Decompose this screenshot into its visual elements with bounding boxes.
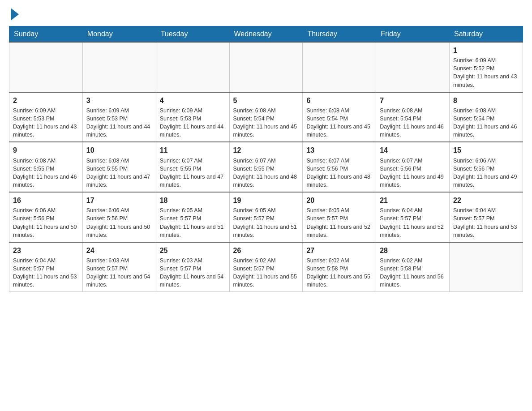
- cell-sun-info: Sunrise: 6:06 AMSunset: 5:56 PMDaylight:…: [86, 206, 152, 239]
- calendar-cell: 9Sunrise: 6:08 AMSunset: 5:55 PMDaylight…: [9, 142, 83, 192]
- calendar-cell: 22Sunrise: 6:04 AMSunset: 5:57 PMDayligh…: [450, 192, 523, 242]
- calendar-cell: 23Sunrise: 6:04 AMSunset: 5:57 PMDayligh…: [9, 242, 83, 292]
- day-number: 22: [453, 195, 519, 206]
- calendar-cell: [450, 242, 523, 292]
- cell-sun-info: Sunrise: 6:09 AMSunset: 5:53 PMDaylight:…: [13, 107, 79, 139]
- day-number: 6: [306, 95, 372, 106]
- cell-sun-info: Sunrise: 6:03 AMSunset: 5:57 PMDaylight:…: [160, 257, 226, 289]
- calendar-header-row: SundayMondayTuesdayWednesdayThursdayFrid…: [9, 26, 523, 43]
- calendar-cell: 13Sunrise: 6:07 AMSunset: 5:56 PMDayligh…: [303, 142, 376, 192]
- day-of-week-header: Sunday: [9, 26, 83, 43]
- day-number: 24: [86, 245, 152, 256]
- calendar-cell: [82, 42, 156, 92]
- day-number: 17: [86, 195, 152, 206]
- cell-sun-info: Sunrise: 6:02 AMSunset: 5:58 PMDaylight:…: [306, 257, 372, 289]
- calendar-cell: 8Sunrise: 6:08 AMSunset: 5:54 PMDaylight…: [450, 92, 523, 142]
- calendar-cell: 26Sunrise: 6:02 AMSunset: 5:57 PMDayligh…: [229, 242, 303, 292]
- cell-sun-info: Sunrise: 6:04 AMSunset: 5:57 PMDaylight:…: [13, 257, 79, 289]
- calendar-week-row: 9Sunrise: 6:08 AMSunset: 5:55 PMDaylight…: [9, 142, 523, 192]
- day-of-week-header: Tuesday: [156, 26, 229, 43]
- calendar-cell: 7Sunrise: 6:08 AMSunset: 5:54 PMDaylight…: [376, 92, 450, 142]
- day-number: 18: [160, 195, 226, 206]
- cell-sun-info: Sunrise: 6:08 AMSunset: 5:55 PMDaylight:…: [13, 157, 79, 189]
- cell-sun-info: Sunrise: 6:07 AMSunset: 5:55 PMDaylight:…: [160, 157, 226, 189]
- cell-sun-info: Sunrise: 6:08 AMSunset: 5:54 PMDaylight:…: [380, 107, 446, 139]
- logo-general-text: [9, 9, 19, 21]
- calendar-table: SundayMondayTuesdayWednesdayThursdayFrid…: [9, 26, 523, 292]
- cell-sun-info: Sunrise: 6:05 AMSunset: 5:57 PMDaylight:…: [233, 206, 299, 239]
- day-number: 11: [160, 145, 226, 155]
- calendar-cell: [303, 42, 376, 92]
- day-of-week-header: Wednesday: [229, 26, 303, 43]
- calendar-cell: 17Sunrise: 6:06 AMSunset: 5:56 PMDayligh…: [82, 192, 156, 242]
- day-number: 19: [233, 195, 299, 206]
- calendar-week-row: 23Sunrise: 6:04 AMSunset: 5:57 PMDayligh…: [9, 242, 523, 292]
- calendar-cell: 21Sunrise: 6:04 AMSunset: 5:57 PMDayligh…: [376, 192, 450, 242]
- cell-sun-info: Sunrise: 6:04 AMSunset: 5:57 PMDaylight:…: [380, 206, 446, 239]
- calendar-cell: 24Sunrise: 6:03 AMSunset: 5:57 PMDayligh…: [82, 242, 156, 292]
- day-number: 7: [380, 95, 446, 106]
- cell-sun-info: Sunrise: 6:09 AMSunset: 5:53 PMDaylight:…: [160, 107, 226, 139]
- day-number: 1: [453, 45, 519, 56]
- cell-sun-info: Sunrise: 6:02 AMSunset: 5:57 PMDaylight:…: [233, 257, 299, 289]
- calendar-cell: 1Sunrise: 6:09 AMSunset: 5:52 PMDaylight…: [450, 42, 523, 92]
- calendar-cell: 15Sunrise: 6:06 AMSunset: 5:56 PMDayligh…: [450, 142, 523, 192]
- calendar-cell: [376, 42, 450, 92]
- cell-sun-info: Sunrise: 6:05 AMSunset: 5:57 PMDaylight:…: [160, 206, 226, 239]
- cell-sun-info: Sunrise: 6:03 AMSunset: 5:57 PMDaylight:…: [86, 257, 152, 289]
- cell-sun-info: Sunrise: 6:06 AMSunset: 5:56 PMDaylight:…: [453, 157, 519, 189]
- cell-sun-info: Sunrise: 6:09 AMSunset: 5:52 PMDaylight:…: [453, 56, 519, 89]
- day-of-week-header: Saturday: [450, 26, 523, 43]
- calendar-week-row: 1Sunrise: 6:09 AMSunset: 5:52 PMDaylight…: [9, 42, 523, 92]
- calendar-cell: 19Sunrise: 6:05 AMSunset: 5:57 PMDayligh…: [229, 192, 303, 242]
- calendar-week-row: 2Sunrise: 6:09 AMSunset: 5:53 PMDaylight…: [9, 92, 523, 142]
- calendar-cell: 4Sunrise: 6:09 AMSunset: 5:53 PMDaylight…: [156, 92, 229, 142]
- day-of-week-header: Friday: [376, 26, 450, 43]
- calendar-week-row: 16Sunrise: 6:06 AMSunset: 5:56 PMDayligh…: [9, 192, 523, 242]
- cell-sun-info: Sunrise: 6:05 AMSunset: 5:57 PMDaylight:…: [306, 206, 372, 239]
- day-number: 15: [453, 145, 519, 155]
- day-number: 9: [13, 145, 79, 155]
- day-number: 12: [233, 145, 299, 155]
- calendar-cell: 16Sunrise: 6:06 AMSunset: 5:56 PMDayligh…: [9, 192, 83, 242]
- day-number: 5: [233, 95, 299, 106]
- cell-sun-info: Sunrise: 6:07 AMSunset: 5:55 PMDaylight:…: [233, 157, 299, 189]
- cell-sun-info: Sunrise: 6:07 AMSunset: 5:56 PMDaylight:…: [306, 157, 372, 189]
- calendar-cell: 10Sunrise: 6:08 AMSunset: 5:55 PMDayligh…: [82, 142, 156, 192]
- calendar-cell: 18Sunrise: 6:05 AMSunset: 5:57 PMDayligh…: [156, 192, 229, 242]
- calendar-cell: 20Sunrise: 6:05 AMSunset: 5:57 PMDayligh…: [303, 192, 376, 242]
- cell-sun-info: Sunrise: 6:08 AMSunset: 5:54 PMDaylight:…: [453, 107, 519, 139]
- calendar-cell: 14Sunrise: 6:07 AMSunset: 5:56 PMDayligh…: [376, 142, 450, 192]
- calendar-cell: [9, 42, 83, 92]
- day-number: 23: [13, 245, 79, 256]
- page-header: [9, 9, 523, 19]
- day-number: 20: [306, 195, 372, 206]
- day-number: 4: [160, 95, 226, 106]
- day-number: 14: [380, 145, 446, 155]
- day-of-week-header: Monday: [82, 26, 156, 43]
- calendar-cell: 2Sunrise: 6:09 AMSunset: 5:53 PMDaylight…: [9, 92, 83, 142]
- calendar-cell: 11Sunrise: 6:07 AMSunset: 5:55 PMDayligh…: [156, 142, 229, 192]
- day-number: 8: [453, 95, 519, 106]
- calendar-cell: 28Sunrise: 6:02 AMSunset: 5:58 PMDayligh…: [376, 242, 450, 292]
- cell-sun-info: Sunrise: 6:02 AMSunset: 5:58 PMDaylight:…: [380, 257, 446, 289]
- day-number: 26: [233, 245, 299, 256]
- day-number: 10: [86, 145, 152, 155]
- cell-sun-info: Sunrise: 6:08 AMSunset: 5:54 PMDaylight:…: [233, 107, 299, 139]
- day-number: 21: [380, 195, 446, 206]
- day-of-week-header: Thursday: [303, 26, 376, 43]
- calendar-cell: 5Sunrise: 6:08 AMSunset: 5:54 PMDaylight…: [229, 92, 303, 142]
- calendar-cell: 25Sunrise: 6:03 AMSunset: 5:57 PMDayligh…: [156, 242, 229, 292]
- logo-arrow-icon: [11, 8, 19, 21]
- day-number: 16: [13, 195, 79, 206]
- cell-sun-info: Sunrise: 6:07 AMSunset: 5:56 PMDaylight:…: [380, 157, 446, 189]
- day-number: 13: [306, 145, 372, 155]
- day-number: 3: [86, 95, 152, 106]
- calendar-cell: 12Sunrise: 6:07 AMSunset: 5:55 PMDayligh…: [229, 142, 303, 192]
- cell-sun-info: Sunrise: 6:06 AMSunset: 5:56 PMDaylight:…: [13, 206, 79, 239]
- calendar-cell: 6Sunrise: 6:08 AMSunset: 5:54 PMDaylight…: [303, 92, 376, 142]
- calendar-cell: [229, 42, 303, 92]
- cell-sun-info: Sunrise: 6:08 AMSunset: 5:54 PMDaylight:…: [306, 107, 372, 139]
- calendar-cell: [156, 42, 229, 92]
- day-number: 25: [160, 245, 226, 256]
